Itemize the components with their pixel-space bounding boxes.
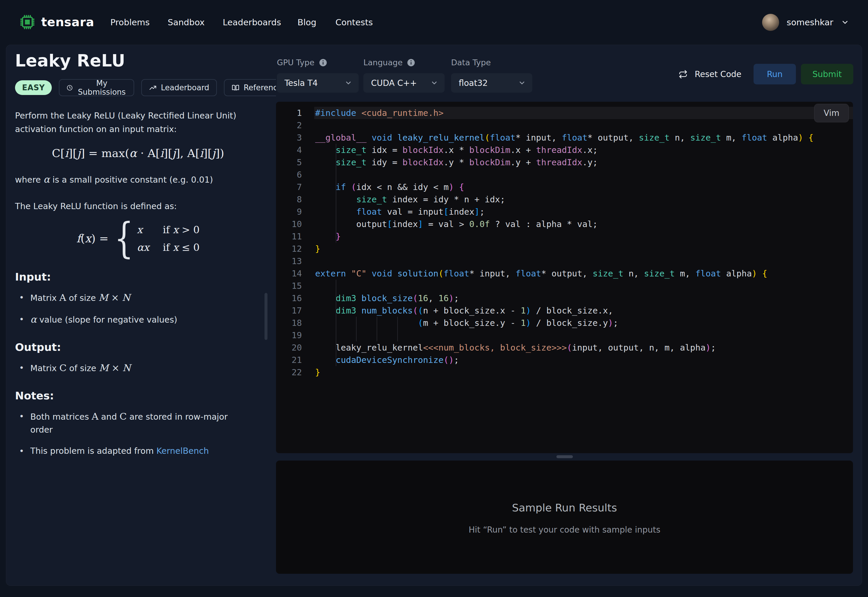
- leaderboard-button[interactable]: Leaderboard: [141, 79, 217, 96]
- code-line: 1#include <cuda_runtime.h>: [276, 107, 853, 119]
- reset-code-button[interactable]: Reset Code: [679, 64, 742, 85]
- cases-condition: if x ≤ 0: [163, 241, 199, 253]
- sample-run-results-panel: Sample Run Results Hit “Run” to test you…: [276, 460, 853, 574]
- cases-value: αx: [137, 241, 163, 253]
- line-number: 11: [276, 230, 302, 243]
- data-type-label: Data Type: [451, 58, 491, 67]
- repeat-icon: [679, 70, 688, 79]
- code-line: 5 size_t idy = blockIdx.y * blockDim.y +…: [276, 156, 853, 168]
- run-button[interactable]: Run: [754, 64, 796, 85]
- line-number: 10: [276, 218, 302, 230]
- bullet-item: •This problem is adapted from KernelBenc…: [15, 445, 239, 457]
- description-scrollbar[interactable]: [265, 293, 268, 340]
- code-line: 20 leaky_relu_kernel<<<num_blocks, block…: [276, 342, 853, 354]
- gpu-type-label-row: GPU Type: [277, 58, 327, 67]
- line-content: size_t index = idy * n + idx;: [302, 193, 505, 206]
- code-line: 14extern "C" void solution(float* input,…: [276, 267, 853, 280]
- bullet-item: •Both matrices A and C are stored in row…: [15, 410, 239, 437]
- tensara-problem-page: tensara Problems Sandbox Leaderboards Bl…: [0, 0, 868, 597]
- my-submissions-button[interactable]: My Submissions: [59, 79, 134, 96]
- gpu-type-select[interactable]: Tesla T4: [277, 73, 359, 93]
- paragraph: where α is a small positive constant (e.…: [15, 173, 261, 187]
- line-content: leaky_relu_kernel<<<num_blocks, block_si…: [302, 342, 716, 354]
- line-number: 12: [276, 243, 302, 255]
- nav-item-contests[interactable]: Contests: [336, 17, 373, 27]
- kernelbench-link[interactable]: KernelBench: [156, 446, 209, 456]
- code-line: 22}: [276, 366, 853, 379]
- code-line: 9 float val = input[index];: [276, 206, 853, 218]
- code-line: 18 (m + block_size.y - 1) / block_size.y…: [276, 317, 853, 329]
- line-content: [302, 119, 315, 131]
- line-content: if (idx < n && idy < m) {: [302, 181, 464, 193]
- line-number: 14: [276, 267, 302, 280]
- line-number: 6: [276, 168, 302, 181]
- cases-lhs: f(x) =: [76, 232, 109, 245]
- chevron-down-icon: [518, 79, 526, 87]
- bullet-item: •Matrix C of size M × N: [15, 361, 239, 375]
- language-select[interactable]: CUDA C++: [363, 73, 444, 93]
- line-number: 4: [276, 144, 302, 156]
- nav-item-sandbox[interactable]: Sandbox: [168, 17, 205, 27]
- code-line: 7 if (idx < n && idy < m) {: [276, 181, 853, 193]
- math-formula: C[i][j] = max(α · A[i][j], A[i][j]): [15, 147, 261, 160]
- chevron-down-icon: [431, 79, 438, 87]
- info-icon[interactable]: [407, 58, 415, 67]
- code-editor[interactable]: 1#include <cuda_runtime.h>23__global__ v…: [276, 102, 853, 453]
- line-number: 15: [276, 280, 302, 292]
- avatar: [762, 14, 779, 31]
- nav-item-problems[interactable]: Problems: [110, 17, 150, 27]
- bullet-dot: •: [15, 291, 30, 305]
- indent-guide: [336, 144, 336, 243]
- code-lines: 1#include <cuda_runtime.h>23__global__ v…: [276, 102, 853, 379]
- vim-mode-button[interactable]: Vim: [814, 104, 849, 122]
- line-number: 5: [276, 156, 302, 168]
- code-line: 17 dim3 num_blocks((n + block_size.x - 1…: [276, 304, 853, 317]
- code-line: 6: [276, 168, 853, 181]
- split-drag-handle[interactable]: [556, 455, 573, 458]
- line-content: size_t idx = blockIdx.x * blockDim.x + t…: [302, 144, 597, 156]
- nav-item-leaderboards[interactable]: Leaderboards: [223, 17, 281, 27]
- badge-row: EASY My Submissions Leaderboard Referenc…: [15, 79, 267, 96]
- line-number: 20: [276, 342, 302, 354]
- difficulty-badge: EASY: [15, 80, 52, 95]
- results-title: Sample Run Results: [276, 502, 853, 514]
- section-heading: Input:: [15, 271, 261, 283]
- language-label-row: Language: [363, 58, 415, 67]
- code-line: 12}: [276, 243, 853, 255]
- data-type-value: float32: [459, 78, 488, 88]
- leaderboard-label: Leaderboard: [161, 83, 209, 92]
- line-number: 2: [276, 119, 302, 131]
- bullet-text: This problem is adapted from KernelBench: [30, 445, 239, 457]
- code-line: 15: [276, 280, 853, 292]
- line-content: dim3 block_size(16, 16);: [302, 292, 459, 304]
- line-number: 22: [276, 366, 302, 379]
- paragraph: The Leaky ReLU function is defined as:: [15, 200, 261, 213]
- line-content: cudaDeviceSynchronize();: [302, 354, 459, 366]
- nav-item-blog[interactable]: Blog: [297, 17, 316, 27]
- bullet-dot: •: [15, 361, 30, 375]
- section-heading: Notes:: [15, 390, 261, 402]
- data-type-label-text: Data Type: [451, 58, 491, 67]
- line-content: }: [302, 230, 341, 243]
- reference-button[interactable]: Reference: [224, 79, 276, 96]
- line-content: #include <cuda_runtime.h>: [302, 107, 444, 119]
- line-number: 7: [276, 181, 302, 193]
- bullet-text: Matrix C of size M × N: [30, 361, 239, 375]
- chevron-down-icon: [841, 18, 849, 27]
- brand-logo[interactable]: tensara: [19, 13, 94, 31]
- line-content: size_t idy = blockIdx.y * blockDim.y + t…: [302, 156, 597, 168]
- line-number: 18: [276, 317, 302, 329]
- section-heading: Output:: [15, 341, 261, 353]
- piecewise-formula: f(x) = {xif x > 0αxif x ≤ 0: [15, 221, 261, 256]
- navbar: tensara Problems Sandbox Leaderboards Bl…: [0, 0, 868, 45]
- line-number: 19: [276, 329, 302, 342]
- info-icon[interactable]: [319, 58, 327, 67]
- line-content: output[index] = val > 0.0f ? val : alpha…: [302, 218, 597, 230]
- page-title: Leaky ReLU: [15, 51, 267, 70]
- submit-button[interactable]: Submit: [801, 64, 853, 85]
- user-menu[interactable]: someshkar: [762, 14, 849, 31]
- data-type-select[interactable]: float32: [451, 73, 532, 93]
- main-card: Leaky ReLU EASY My Submissions Leaderboa…: [6, 45, 862, 586]
- book-open-icon: [232, 84, 239, 92]
- cases-rows: xif x > 0αxif x ≤ 0: [137, 224, 199, 253]
